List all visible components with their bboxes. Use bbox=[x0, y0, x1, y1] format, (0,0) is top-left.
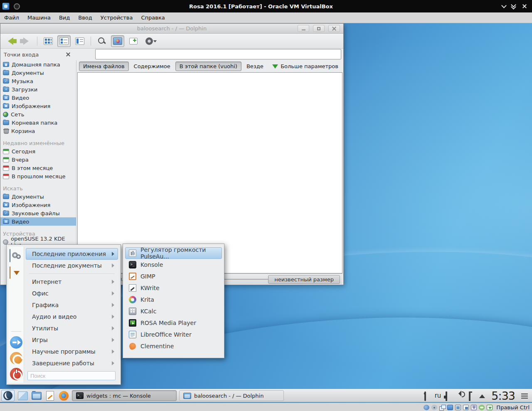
menu-input[interactable]: Ввод bbox=[74, 13, 96, 22]
menu-item-recent-documents[interactable]: Последние документы bbox=[26, 260, 118, 271]
calendar-last-month-icon bbox=[3, 174, 9, 179]
preview-button[interactable] bbox=[111, 35, 124, 47]
close-icon[interactable] bbox=[522, 4, 527, 9]
menu-search-input[interactable] bbox=[27, 371, 116, 380]
shutdown-icon[interactable] bbox=[10, 368, 22, 380]
install-software-icon[interactable] bbox=[10, 266, 10, 279]
filter-everywhere-button[interactable]: Везде bbox=[243, 62, 267, 71]
forward-button[interactable] bbox=[20, 35, 33, 47]
size-status-button[interactable]: неизвестный размер bbox=[268, 275, 340, 284]
menu-view[interactable]: Вид bbox=[55, 13, 74, 22]
restart-icon[interactable] bbox=[10, 352, 22, 364]
places-item-video[interactable]: ▦ Видео bbox=[0, 94, 76, 102]
menu-item-internet[interactable]: Интернет bbox=[26, 276, 118, 288]
places-item-root[interactable]: Корневая папка bbox=[0, 118, 76, 127]
split-view-button[interactable] bbox=[127, 35, 140, 47]
back-button[interactable] bbox=[4, 35, 17, 47]
places-item-documents[interactable]: Документы bbox=[0, 69, 76, 77]
places-item-search-video-selected[interactable]: ▦ Видео bbox=[0, 217, 76, 226]
submenu-arrow-icon bbox=[112, 349, 114, 354]
seamless-icon[interactable] bbox=[463, 405, 469, 410]
minimize-icon[interactable] bbox=[501, 3, 507, 8]
kwrite-launcher-button[interactable] bbox=[44, 391, 56, 401]
menu-item-science[interactable]: Научные программы bbox=[26, 346, 118, 357]
places-item-this-month[interactable]: В этом месяце bbox=[0, 164, 76, 172]
search-button[interactable] bbox=[95, 35, 108, 47]
windows-cascade-icon[interactable] bbox=[439, 405, 445, 410]
cd-icon[interactable] bbox=[431, 405, 437, 410]
system-settings-icon[interactable] bbox=[10, 249, 10, 262]
places-item-search-documents[interactable]: Документы bbox=[0, 192, 76, 201]
menu-item-audio-video[interactable]: Аудио и видео bbox=[26, 311, 118, 322]
network-icon[interactable] bbox=[479, 405, 485, 410]
more-options-button[interactable]: Больше параметров bbox=[272, 63, 341, 69]
menu-item-graphics[interactable]: Графика bbox=[26, 299, 118, 311]
toolbar-separator bbox=[37, 37, 37, 46]
task-konsole[interactable]: widgets : mc — Konsole bbox=[72, 390, 177, 401]
close-button[interactable] bbox=[328, 25, 340, 32]
dolphin-titlebar[interactable]: baloosearch - / — Dolphin bbox=[0, 24, 343, 34]
columns-view-button[interactable] bbox=[73, 35, 86, 47]
submenu-item-libreoffice-writer[interactable]: LibreOffice Writer bbox=[125, 329, 222, 340]
places-item-today[interactable]: Сегодня bbox=[0, 147, 76, 155]
places-item-trash[interactable]: Корзина bbox=[0, 127, 76, 135]
menu-item-games[interactable]: Игры bbox=[26, 334, 118, 346]
places-item-yesterday[interactable]: Вчера bbox=[0, 155, 76, 164]
menu-item-office[interactable]: Офис bbox=[26, 288, 118, 299]
menu-help[interactable]: Справка bbox=[137, 13, 169, 22]
tray-expand-icon[interactable] bbox=[479, 394, 485, 398]
minimize-button[interactable] bbox=[298, 25, 309, 32]
filter-this-folder-button[interactable]: В этой папке (vuohi) bbox=[175, 62, 241, 71]
maximize-button[interactable] bbox=[313, 25, 325, 32]
firefox-launcher-button[interactable] bbox=[58, 391, 69, 401]
places-item-downloads[interactable]: ↓ Загрузки bbox=[0, 85, 76, 94]
menu-file[interactable]: Файл bbox=[0, 13, 23, 22]
places-item-images[interactable]: ▣ Изображения bbox=[0, 102, 76, 110]
app-launcher-button[interactable] bbox=[1, 390, 15, 401]
additions-icon[interactable] bbox=[487, 405, 493, 410]
restore-icon[interactable] bbox=[512, 4, 516, 9]
dolphin-search-input[interactable] bbox=[95, 49, 341, 59]
task-dolphin[interactable]: baloosearch - / — Dolphin bbox=[179, 390, 284, 401]
removable-device-icon[interactable] bbox=[424, 391, 426, 401]
submenu-item-clementine[interactable]: Clementine bbox=[125, 340, 222, 352]
menu-devices[interactable]: Устройства bbox=[96, 13, 137, 22]
network-display-icon[interactable] bbox=[446, 391, 447, 401]
clipboard-icon[interactable] bbox=[469, 391, 470, 401]
show-desktop-button[interactable] bbox=[17, 391, 28, 401]
menu-item-utilities[interactable]: Утилиты bbox=[26, 322, 118, 334]
usb-icon[interactable] bbox=[471, 405, 477, 410]
folder-images-icon: ▣ bbox=[3, 103, 9, 108]
submenu-item-rosa-media-player[interactable]: ROSA Media Player bbox=[125, 317, 222, 329]
dolphin-launcher-button[interactable] bbox=[31, 391, 42, 401]
panel-menu-icon[interactable] bbox=[521, 394, 528, 399]
filter-filenames-button[interactable]: Имена файлов bbox=[79, 62, 129, 71]
details-view-button[interactable] bbox=[57, 35, 71, 47]
clock[interactable]: 5:33 bbox=[491, 389, 515, 402]
submenu-item-gimp[interactable]: GIMP bbox=[125, 271, 222, 282]
places-item-home[interactable]: Домашняя папка bbox=[0, 60, 76, 69]
logout-icon[interactable] bbox=[10, 336, 22, 349]
filter-content-button[interactable]: Содержимое bbox=[131, 62, 174, 71]
folder-documents-icon bbox=[3, 194, 9, 199]
places-item-network[interactable]: Сеть bbox=[0, 110, 76, 118]
display-icon[interactable] bbox=[455, 405, 461, 410]
places-item-music[interactable]: ♪ Музыка bbox=[0, 77, 76, 85]
shared-folder-icon[interactable] bbox=[447, 405, 453, 410]
submenu-item-konsole[interactable]: Konsole bbox=[125, 259, 222, 271]
close-panel-icon[interactable] bbox=[66, 52, 71, 57]
menu-item-leave[interactable]: Завершение работы bbox=[26, 357, 118, 369]
submenu-item-krita[interactable]: Krita bbox=[125, 294, 222, 305]
menu-item-recent-apps[interactable]: Последние приложения bbox=[26, 248, 118, 260]
places-item-search-images[interactable]: ▣ Изображения bbox=[0, 201, 76, 209]
hdd-icon[interactable] bbox=[424, 405, 429, 410]
settings-menu-button[interactable] bbox=[143, 35, 156, 47]
places-item-search-audio[interactable]: ♪ Звуковые файлы bbox=[0, 209, 76, 217]
places-item-last-month[interactable]: В прошлом месяце bbox=[0, 172, 76, 180]
submenu-item-pulseaudio[interactable]: Регулятор громкости PulseAu... bbox=[125, 247, 222, 259]
keyboard-layout-indicator[interactable]: ru bbox=[435, 392, 441, 399]
menu-machine[interactable]: Машина bbox=[23, 13, 55, 22]
submenu-item-kwrite[interactable]: KWrite bbox=[125, 282, 222, 294]
submenu-item-kcalc[interactable]: KCalc bbox=[125, 305, 222, 317]
icons-view-button[interactable] bbox=[42, 35, 55, 47]
